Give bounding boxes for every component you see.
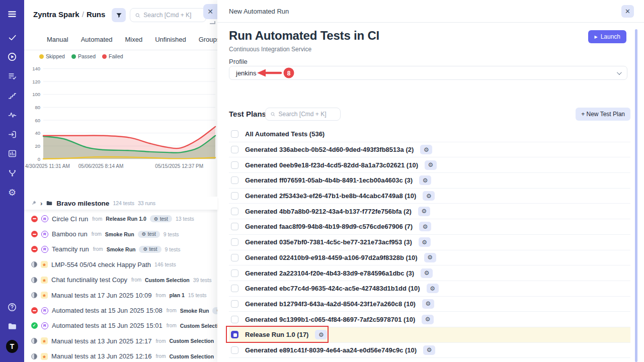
app-logo[interactable]: T bbox=[6, 340, 18, 353]
checkbox[interactable] bbox=[231, 316, 238, 323]
checkbox[interactable] bbox=[231, 223, 238, 230]
test-tag-pill[interactable]: ⚙test bbox=[139, 246, 161, 253]
expand-chevron-icon[interactable]: › bbox=[40, 200, 42, 207]
failed-status-icon bbox=[31, 231, 38, 237]
panel-close-button[interactable]: ✕ bbox=[203, 4, 217, 19]
test-plan-settings-button[interactable]: ⚙ bbox=[315, 330, 327, 339]
filter-button[interactable] bbox=[112, 8, 126, 22]
test-plan-settings-button[interactable]: ⚙ bbox=[423, 345, 435, 355]
breadcrumb[interactable]: Zyntra Spark/Runs bbox=[33, 10, 105, 19]
folder-icon[interactable] bbox=[6, 320, 18, 332]
run-title: Chat functinality test Copy bbox=[51, 276, 127, 284]
run-row[interactable]: *Manual tests at 17 Jun 2025 10:09frompl… bbox=[24, 288, 217, 303]
milestone-name[interactable]: Bravo milestone bbox=[56, 200, 109, 207]
test-tag-pill[interactable]: ⚙test bbox=[150, 215, 172, 222]
checkbox[interactable] bbox=[231, 346, 238, 354]
legend-item-failed[interactable]: Failed bbox=[102, 53, 123, 59]
run-row[interactable]: RCircle CI runfromRelease Run 1.0⚙test13… bbox=[24, 211, 217, 226]
partial-status-icon bbox=[31, 277, 37, 283]
sign-in-icon[interactable] bbox=[6, 128, 18, 140]
breadcrumb-page[interactable]: Runs bbox=[87, 10, 106, 19]
test-plan-settings-button[interactable]: ⚙ bbox=[425, 160, 437, 170]
tab-groups[interactable]: Groups bbox=[199, 36, 220, 43]
test-plan-row[interactable]: Generated 4bb7a8b0-9212-43a4-b137-f772fe… bbox=[229, 204, 630, 219]
test-plan-row[interactable]: Generated b12794f3-643a-4a2d-8504-23f1e7… bbox=[229, 297, 630, 312]
menu-icon[interactable] bbox=[6, 8, 18, 20]
breadcrumb-project[interactable]: Zyntra Spark bbox=[33, 10, 79, 19]
test-plans-search[interactable] bbox=[265, 108, 341, 121]
runs-search[interactable] bbox=[130, 8, 206, 22]
tab-mixed[interactable]: Mixed bbox=[125, 36, 143, 43]
test-plan-row[interactable]: Release Run 1.0 (17)⚙ bbox=[229, 327, 630, 343]
checkbox[interactable] bbox=[231, 285, 238, 292]
run-row[interactable]: *LMP-554 05/04 check Happy Path146 tests bbox=[24, 257, 217, 272]
help-icon[interactable] bbox=[6, 301, 18, 313]
settings-icon[interactable]: ⚙ bbox=[6, 187, 18, 199]
test-plan-settings-button[interactable]: ⚙ bbox=[419, 175, 431, 185]
bar-chart-icon[interactable] bbox=[6, 147, 18, 159]
milestone-row[interactable]: › Bravo milestone 124 tests 33 runs bbox=[24, 197, 217, 210]
test-plan-row[interactable]: Generated 336abecb-0b52-4d60-9ded-493f3f… bbox=[229, 142, 630, 158]
test-plan-row[interactable]: Generated ff076591-05ab-4b4b-8491-1ecb00… bbox=[229, 173, 630, 189]
check-icon[interactable] bbox=[6, 31, 18, 43]
test-plans-search-input[interactable] bbox=[278, 111, 336, 118]
checkbox[interactable] bbox=[231, 238, 238, 246]
test-plan-settings-button[interactable]: ⚙ bbox=[419, 237, 431, 247]
list-check-icon[interactable] bbox=[6, 70, 18, 82]
run-row[interactable]: *Manual tests at 13 Jun 2025 12:16fromCu… bbox=[24, 349, 217, 362]
run-row[interactable]: RAutomated tests at 15 Jun 2025 15:08fro… bbox=[24, 303, 217, 318]
test-tag-pill[interactable]: ⚙test bbox=[138, 231, 160, 238]
test-plan-row[interactable]: Generated 9c1399b1-c065-4f84-8697-7af2c5… bbox=[229, 312, 630, 327]
checkbox[interactable] bbox=[231, 130, 238, 138]
test-plan-row[interactable]: All Automated Tests (536) bbox=[229, 127, 630, 142]
logo-icon[interactable]: T bbox=[6, 340, 18, 352]
test-plan-settings-button[interactable]: ⚙ bbox=[423, 191, 435, 201]
checkbox[interactable] bbox=[231, 269, 238, 277]
drawer-scrollbar[interactable] bbox=[635, 29, 637, 362]
legend-item-passed[interactable]: Passed bbox=[71, 53, 96, 59]
profile-select[interactable]: jenkins bbox=[229, 66, 627, 80]
steps-icon[interactable] bbox=[6, 89, 18, 102]
test-plan-settings-button[interactable]: ⚙ bbox=[424, 253, 436, 262]
test-plan-row[interactable]: Generated 2a223104-f20e-4b43-83d9-e78459… bbox=[229, 265, 630, 281]
checkbox[interactable] bbox=[231, 192, 238, 200]
run-row[interactable]: *Manual tests at 13 Jun 2025 12:17fromCu… bbox=[24, 333, 217, 348]
legend-item-skipped[interactable]: Skipped bbox=[39, 53, 65, 59]
run-row[interactable]: RBamboo runfromSmoke Run⚙test9 tests bbox=[24, 226, 217, 241]
checkbox-checked[interactable] bbox=[231, 331, 238, 338]
checkbox[interactable] bbox=[231, 176, 238, 184]
checkbox[interactable] bbox=[231, 146, 238, 153]
checkbox[interactable] bbox=[231, 254, 238, 261]
checkbox[interactable] bbox=[231, 208, 238, 215]
tab-manual[interactable]: Manual bbox=[47, 36, 68, 43]
checkbox[interactable] bbox=[231, 161, 238, 169]
activity-icon[interactable] bbox=[6, 109, 18, 121]
play-circle-icon[interactable] bbox=[6, 51, 18, 63]
tests-count: 13 tests bbox=[176, 216, 194, 222]
tab-automated[interactable]: Automated bbox=[81, 36, 113, 43]
tab-unfinished[interactable]: Unfinished bbox=[155, 36, 186, 43]
test-plan-row[interactable]: Generated 035e7bf0-7381-4c5c-be77-321e73… bbox=[229, 235, 630, 250]
test-plan-settings-button[interactable]: ⚙ bbox=[420, 145, 432, 154]
test-plan-row[interactable]: Generated 0eeb9e18-f23d-4cd5-82dd-8a1a73… bbox=[229, 157, 630, 173]
test-plan-settings-button[interactable]: ⚙ bbox=[418, 207, 430, 216]
drawer-close-button[interactable]: ✕ bbox=[621, 5, 634, 18]
new-test-plan-button[interactable]: + New Test Plan bbox=[576, 108, 630, 121]
test-plan-settings-button[interactable]: ⚙ bbox=[427, 284, 439, 293]
launch-button[interactable]: ▶ Launch bbox=[588, 30, 626, 43]
branch-icon[interactable] bbox=[6, 167, 18, 179]
test-plan-row[interactable]: Generated ebc77c4d-9635-424c-ac5e-427483… bbox=[229, 281, 630, 297]
test-plan-row[interactable]: Generated 022410b9-e918-4459-a106-97d2a9… bbox=[229, 250, 630, 266]
test-plan-row[interactable]: Generated faac8f09-94b8-4b19-89d9-c576cd… bbox=[229, 219, 630, 235]
test-plan-settings-button[interactable]: ⚙ bbox=[422, 299, 434, 309]
test-plan-row[interactable]: Generated 2f5343e3-ef26-47b1-be8b-44cabc… bbox=[229, 189, 630, 204]
checkbox[interactable] bbox=[231, 300, 238, 308]
test-plan-settings-button[interactable]: ⚙ bbox=[422, 315, 434, 324]
test-plan-settings-button[interactable]: ⚙ bbox=[421, 268, 433, 278]
runs-search-input[interactable] bbox=[143, 12, 201, 19]
run-row[interactable]: RAutomated tests at 15 Jun 2025 15:01fro… bbox=[24, 318, 217, 333]
run-row[interactable]: *Chat functinality test CopyfromCustom S… bbox=[24, 273, 217, 288]
test-plan-row[interactable]: Generated e891c41f-8039-4e64-aa24-e0d56e… bbox=[229, 343, 630, 358]
run-row[interactable]: RTeamcity runfromSmoke Run⚙test9 tests bbox=[24, 242, 217, 257]
test-plan-settings-button[interactable]: ⚙ bbox=[419, 222, 431, 231]
